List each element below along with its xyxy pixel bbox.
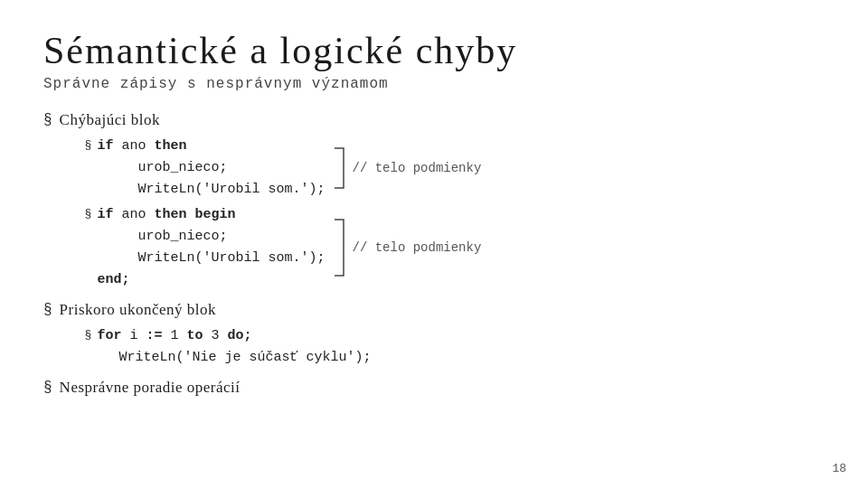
slide-content: § Chýbajúci blok § if ano then urob_niec… (43, 108, 825, 399)
code-line: for i := 1 to 3 do; (97, 325, 371, 347)
slide: Sémantické a logické chyby Správne zápis… (0, 0, 868, 488)
comment-2: // telo podmienky (353, 239, 482, 258)
slide-title: Sémantické a logické chyby (43, 29, 825, 72)
sub-bullet-3: § (85, 326, 92, 344)
section-3-label: Nesprávne poradie operácií (60, 376, 241, 399)
section-missing-block: § Chýbajúci blok § if ano then urob_niec… (43, 108, 825, 293)
code-line: urob_nieco; (97, 226, 325, 248)
bracket-svg (333, 145, 345, 192)
bullet-1: § (43, 109, 52, 132)
sub-item-1: § if ano then urob_nieco; WriteLn('Urobi… (60, 136, 482, 201)
sub-item-2: § if ano then begin urob_nieco; WriteLn(… (60, 204, 482, 291)
slide-subtitle: Správne zápisy s nesprávnym významom (43, 76, 825, 92)
section-1-label: Chýbajúci blok (60, 111, 160, 128)
code-line: end; (97, 269, 325, 291)
code-line: urob_nieco; (97, 157, 325, 179)
sub-bullet-1: § (85, 136, 92, 155)
bullet-3: § (43, 377, 52, 399)
code-line: if ano then begin (97, 204, 325, 226)
sub-bullet-2: § (85, 205, 92, 223)
page-number: 18 (832, 462, 846, 475)
code-line: WriteLn('Nie je súčasť cyklu'); (118, 347, 371, 369)
bullet-2: § (43, 299, 52, 322)
code-line: WriteLn('Urobil som.'); (97, 248, 325, 269)
code-line: WriteLn('Urobil som.'); (97, 179, 325, 201)
section-early-end: § Priskoro ukončený blok § for i := 1 to… (43, 298, 825, 370)
section-wrong-order: § Nesprávne poradie operácií (43, 376, 825, 399)
section-2-label: Priskoro ukončený blok (60, 301, 216, 318)
comment-1: // telo podmienky (353, 159, 482, 179)
code-line: if ano then (97, 136, 325, 157)
sub-item-3: § for i := 1 to 3 do; WriteLn('Nie je sú… (60, 325, 372, 369)
bracket-svg-2 (333, 216, 345, 279)
